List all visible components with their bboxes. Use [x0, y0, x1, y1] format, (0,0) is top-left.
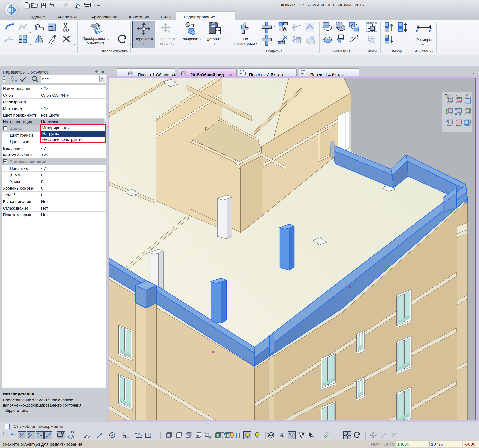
svg-text:x: x	[138, 432, 140, 436]
svg-text:Z: Z	[11, 79, 13, 83]
svg-text:A: A	[283, 26, 287, 32]
svg-text:A: A	[11, 76, 14, 79]
svg-text:y: y	[148, 432, 149, 436]
